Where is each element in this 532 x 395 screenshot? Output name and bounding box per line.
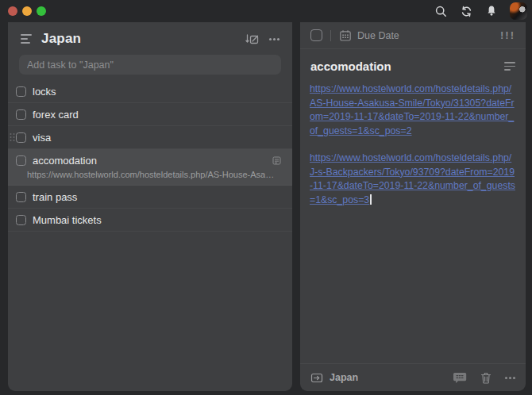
hostel-link-1[interactable]: https://www.hostelworld.com/hosteldetail…	[310, 82, 516, 138]
task-checkbox[interactable]	[16, 86, 26, 97]
account-avatar[interactable]	[510, 2, 527, 20]
list-more-icon[interactable]	[269, 38, 272, 40]
task-row-mumbai-tickets[interactable]: Mumbai tickets	[8, 209, 292, 232]
add-task	[19, 55, 281, 75]
task-detail-footer: Japan	[300, 363, 526, 391]
hostel-link-2[interactable]: https://www.hostelworld.com/hosteldetail…	[310, 151, 516, 207]
text-caret	[370, 194, 372, 205]
task-complete-checkbox[interactable]	[310, 29, 322, 41]
sort-edit-icon[interactable]	[245, 33, 259, 45]
task-checkbox[interactable]	[16, 192, 26, 202]
task-row-train-pass[interactable]: train pass	[8, 186, 292, 209]
task-row-locks[interactable]: locks	[8, 80, 292, 103]
traffic-lights	[0, 6, 46, 16]
list-header: Japan	[8, 22, 292, 54]
task-detail-header: Due Date !!!	[300, 22, 526, 49]
task-checkbox[interactable]	[16, 109, 26, 120]
search-icon[interactable]	[434, 5, 448, 18]
task-list-panel: Japan locks forex card	[8, 22, 292, 391]
calendar-icon[interactable]	[339, 29, 352, 42]
task-more-icon[interactable]	[505, 377, 507, 379]
task-label: accomodation	[33, 155, 97, 167]
task-title-row: accomodation	[300, 49, 526, 76]
task-list: locks forex card visa accomodation	[8, 80, 292, 232]
task-checkbox[interactable]	[16, 215, 26, 225]
sync-icon[interactable]	[460, 5, 473, 18]
trash-icon[interactable]	[480, 372, 492, 384]
task-detail-panel: Due Date !!! accomodation https://www.ho…	[300, 22, 526, 391]
task-label: locks	[33, 86, 56, 98]
task-label: forex card	[33, 109, 79, 121]
task-row-accomodation[interactable]: accomodation https://www.hostelworld.com…	[8, 149, 292, 186]
task-title[interactable]: accomodation	[310, 59, 391, 73]
task-note-preview: https://www.hostelworld.com/hosteldetail…	[27, 170, 281, 179]
task-row-visa[interactable]: visa	[8, 126, 292, 149]
note-menu-icon[interactable]	[504, 62, 515, 71]
task-label: Mumbai tickets	[33, 214, 102, 226]
task-label: train pass	[33, 191, 77, 203]
task-row-forex-card[interactable]: forex card	[8, 103, 292, 126]
list-title: Japan	[41, 31, 81, 47]
drag-handle-icon[interactable]	[10, 133, 15, 142]
priority-icon[interactable]: !!!	[500, 29, 515, 41]
divider	[330, 30, 331, 41]
minimize-button[interactable]	[22, 6, 32, 16]
task-list-selector[interactable]: Japan	[310, 372, 358, 384]
due-date-label[interactable]: Due Date	[357, 30, 399, 41]
note-indicator-icon	[272, 156, 281, 165]
task-label: visa	[33, 132, 51, 144]
bell-icon[interactable]	[485, 5, 498, 17]
footer-list-name: Japan	[330, 372, 358, 383]
move-to-list-icon	[310, 372, 323, 384]
comment-icon[interactable]	[453, 372, 467, 384]
close-button[interactable]	[8, 6, 17, 16]
zoom-button[interactable]	[37, 6, 46, 16]
task-note-editor[interactable]: https://www.hostelworld.com/hosteldetail…	[300, 76, 526, 363]
app-window: { "window": { "traffic_lights": { "close…	[0, 0, 532, 395]
sidebar-toggle-icon[interactable]	[21, 34, 32, 44]
titlebar	[0, 0, 532, 22]
add-task-input[interactable]	[19, 55, 281, 75]
task-checkbox[interactable]	[16, 132, 26, 143]
task-checkbox[interactable]	[16, 155, 26, 166]
